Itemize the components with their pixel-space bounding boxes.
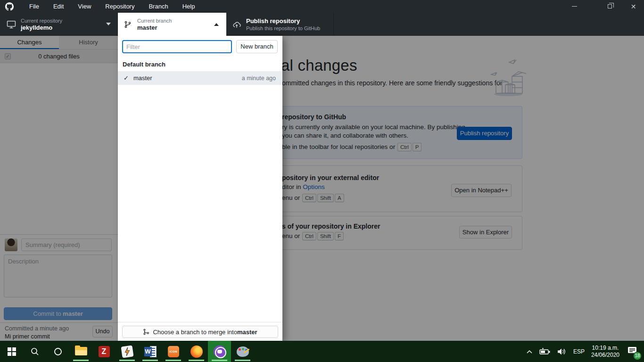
running-indicator [212, 360, 227, 361]
windows-taskbar: Z W ICON [0, 341, 644, 362]
tray-date-text: 24/06/2020 [591, 352, 619, 358]
system-tray: ESP 10:19 a.m. 24/06/2020 18 [526, 341, 644, 362]
current-branch-name: master [137, 24, 172, 32]
merge-button-branch: master [237, 329, 257, 336]
merge-button-text: Choose a branch to merge into [153, 329, 237, 336]
tray-time-text: 10:19 a.m. [592, 345, 619, 351]
taskbar-icon-zotero[interactable]: Z [92, 341, 116, 362]
new-branch-button[interactable]: New branch [236, 40, 278, 53]
taskbar-icon-orange-app[interactable]: ICON [162, 341, 185, 362]
current-repository-button[interactable]: Current repository jekylldemo [0, 13, 118, 36]
menu-file[interactable]: File [22, 0, 46, 13]
branch-list-item-master[interactable]: ✓ master a minute ago [118, 71, 282, 85]
menu-repository[interactable]: Repository [98, 0, 141, 13]
modal-dim-overlay[interactable] [0, 36, 644, 341]
running-indicator [189, 360, 204, 361]
running-indicator [119, 360, 135, 361]
winamp-icon [121, 345, 133, 358]
language-indicator[interactable]: ESP [573, 348, 585, 355]
taskbar-icon-paint[interactable] [231, 341, 254, 362]
menu-bar: File Edit View Repository Branch Help [22, 0, 202, 13]
toolbar: Current repository jekylldemo Publish re… [0, 13, 644, 36]
file-explorer-icon [75, 347, 87, 356]
restore-button[interactable] [599, 0, 620, 13]
branch-dropdown: New branch Default branch ✓ master a min… [118, 36, 282, 341]
default-branch-section-label: Default branch [123, 61, 165, 68]
check-icon: ✓ [124, 74, 129, 82]
running-indicator [235, 360, 250, 361]
menu-help[interactable]: Help [175, 0, 202, 13]
clock[interactable]: 10:19 a.m. 24/06/2020 [591, 345, 619, 359]
dropdown-footer: Choose a branch to merge into master [118, 322, 282, 341]
menu-view[interactable]: View [71, 0, 98, 13]
git-merge-icon [143, 329, 149, 335]
taskbar-icon-winamp[interactable] [116, 341, 139, 362]
current-branch-button[interactable]: Current branch master [118, 13, 226, 36]
window-controls: ✕ [564, 0, 644, 13]
taskbar-icon-cortana[interactable] [46, 341, 69, 362]
cortana-icon [53, 347, 63, 356]
taskbar-icon-word[interactable]: W [139, 341, 162, 362]
restore-icon [608, 4, 612, 8]
github-desktop-icon [214, 346, 226, 358]
running-indicator [73, 360, 89, 361]
menu-edit[interactable]: Edit [46, 0, 71, 13]
notification-center-button[interactable]: 18 [627, 346, 637, 357]
paint-icon [237, 346, 249, 357]
taskbar-icon-file-explorer[interactable] [69, 341, 92, 362]
taskbar-icon-github-desktop[interactable] [208, 341, 231, 362]
windows-logo-icon [8, 347, 16, 356]
git-branch-icon [124, 20, 132, 29]
computer-icon [7, 20, 16, 29]
search-icon [30, 347, 40, 356]
branch-filter-input[interactable] [122, 40, 232, 53]
orange-app-icon: ICON [168, 346, 179, 357]
battery-status[interactable] [539, 348, 551, 355]
publish-repository-title: Publish repository [246, 17, 320, 25]
current-repository-label: Current repository [21, 17, 62, 24]
chevron-up-icon [526, 349, 533, 354]
word-icon: W [144, 346, 157, 357]
menu-branch[interactable]: Branch [141, 0, 175, 13]
branch-name: master [133, 74, 152, 82]
close-icon: ✕ [631, 3, 636, 10]
taskbar-icon-firefox[interactable] [185, 341, 208, 362]
firefox-icon [190, 346, 203, 358]
chevron-down-icon [106, 23, 111, 25]
running-indicator [165, 360, 181, 361]
taskbar-search-button[interactable] [23, 341, 46, 362]
cloud-upload-icon [232, 20, 241, 29]
current-repository-name: jekylldemo [21, 24, 62, 32]
branch-last-commit-time: a minute ago [242, 75, 276, 82]
publish-repository-toolbar-button[interactable]: Publish repository Publish this reposito… [226, 13, 334, 36]
zotero-icon: Z [99, 346, 110, 357]
merge-branch-button[interactable]: Choose a branch to merge into master [122, 326, 278, 338]
speaker-icon [557, 348, 567, 355]
close-button[interactable]: ✕ [623, 0, 644, 13]
titlebar: File Edit View Repository Branch Help ✕ [0, 0, 644, 13]
publish-repository-subtitle: Publish this repository to GitHub [246, 25, 320, 32]
minimize-icon [572, 6, 577, 7]
github-logo-icon [5, 2, 14, 11]
current-branch-label: Current branch [137, 17, 172, 24]
notification-badge: 18 [633, 352, 642, 360]
tray-expand-button[interactable] [526, 349, 533, 354]
minimize-button[interactable] [564, 0, 585, 13]
chevron-up-icon [214, 23, 219, 26]
volume-status[interactable] [557, 348, 567, 355]
battery-icon [539, 348, 551, 355]
running-indicator [142, 360, 158, 361]
start-button[interactable] [0, 341, 23, 362]
